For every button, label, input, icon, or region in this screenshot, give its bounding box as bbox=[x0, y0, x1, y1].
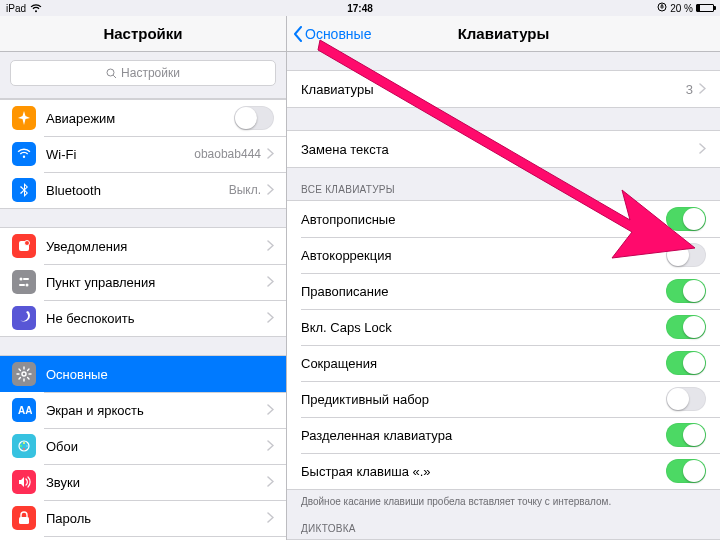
section-header: ДИКТОВКА bbox=[287, 507, 720, 539]
chevron-right-icon bbox=[267, 183, 274, 198]
label: Не беспокоить bbox=[46, 311, 261, 326]
setting-row[interactable]: Автокоррекция bbox=[287, 237, 720, 273]
chevron-right-icon bbox=[267, 475, 274, 490]
search-placeholder: Настройки bbox=[121, 66, 180, 80]
sidebar-item-battery[interactable]: Аккумулятор bbox=[0, 536, 286, 540]
setting-row[interactable]: Клавиатуры3 bbox=[287, 71, 720, 107]
search-input[interactable]: Настройки bbox=[10, 60, 276, 86]
setting-row[interactable]: Замена текста bbox=[287, 131, 720, 167]
bluetooth-icon bbox=[12, 178, 36, 202]
toggle[interactable] bbox=[666, 387, 706, 411]
label: Пункт управления bbox=[46, 275, 261, 290]
section-footer: Двойное касание клавиши пробела вставляе… bbox=[287, 490, 720, 507]
chevron-right-icon bbox=[267, 239, 274, 254]
svg-point-7 bbox=[26, 284, 29, 287]
chevron-right-icon bbox=[267, 511, 274, 526]
label: Звуки bbox=[46, 475, 261, 490]
value: obaobab444 bbox=[194, 147, 261, 161]
label: Клавиатуры bbox=[301, 82, 686, 97]
sounds-icon bbox=[12, 470, 36, 494]
section-header: ВСЕ КЛАВИАТУРЫ bbox=[287, 168, 720, 200]
status-bar: iPad 17:48 20 % bbox=[0, 0, 720, 16]
chevron-right-icon bbox=[267, 147, 274, 162]
sidebar-item-wallpaper[interactable]: Обои bbox=[0, 428, 286, 464]
orientation-lock-icon bbox=[657, 2, 667, 14]
sidebar-item-notify[interactable]: Уведомления bbox=[0, 228, 286, 264]
detail-title: Клавиатуры bbox=[458, 25, 550, 42]
label: Уведомления bbox=[46, 239, 261, 254]
label: Bluetooth bbox=[46, 183, 223, 198]
label: Вкл. Caps Lock bbox=[301, 320, 666, 335]
value: 3 bbox=[686, 82, 693, 97]
toggle[interactable] bbox=[666, 279, 706, 303]
sidebar-navbar: Настройки bbox=[0, 16, 286, 52]
svg-point-14 bbox=[23, 448, 25, 450]
chevron-right-icon bbox=[267, 439, 274, 454]
chevron-right-icon bbox=[699, 142, 706, 157]
label: Пароль bbox=[46, 511, 261, 526]
setting-row[interactable]: Быстрая клавиша «.» bbox=[287, 453, 720, 489]
sidebar-item-general[interactable]: Основные bbox=[0, 356, 286, 392]
wifi-icon bbox=[12, 142, 36, 166]
chevron-right-icon bbox=[699, 82, 706, 97]
label: Автокоррекция bbox=[301, 248, 666, 263]
sidebar-item-dnd[interactable]: Не беспокоить bbox=[0, 300, 286, 336]
label: Экран и яркость bbox=[46, 403, 261, 418]
control-icon bbox=[12, 270, 36, 294]
label: Авиарежим bbox=[46, 111, 234, 126]
sidebar-item-airplane[interactable]: Авиарежим bbox=[0, 100, 286, 136]
label: Замена текста bbox=[301, 142, 699, 157]
setting-row[interactable]: Сокращения bbox=[287, 345, 720, 381]
back-label: Основные bbox=[305, 26, 371, 42]
label: Автопрописные bbox=[301, 212, 666, 227]
toggle[interactable] bbox=[666, 315, 706, 339]
sidebar-item-display[interactable]: AAЭкран и яркость bbox=[0, 392, 286, 428]
label: Разделенная клавиатура bbox=[301, 428, 666, 443]
label: Предиктивный набор bbox=[301, 392, 666, 407]
toggle[interactable] bbox=[666, 423, 706, 447]
svg-point-12 bbox=[23, 442, 25, 444]
setting-row[interactable]: Правописание bbox=[287, 273, 720, 309]
svg-point-15 bbox=[20, 445, 22, 447]
label: Wi-Fi bbox=[46, 147, 188, 162]
general-icon bbox=[12, 362, 36, 386]
battery-icon bbox=[696, 4, 714, 12]
label: Правописание bbox=[301, 284, 666, 299]
toggle-airplane[interactable] bbox=[234, 106, 274, 130]
chevron-right-icon bbox=[267, 403, 274, 418]
toggle[interactable] bbox=[666, 243, 706, 267]
passcode-icon bbox=[12, 506, 36, 530]
sidebar-item-control[interactable]: Пункт управления bbox=[0, 264, 286, 300]
wallpaper-icon bbox=[12, 434, 36, 458]
setting-row[interactable]: Разделенная клавиатура bbox=[287, 417, 720, 453]
airplane-icon bbox=[12, 106, 36, 130]
sidebar-item-bluetooth[interactable]: BluetoothВыкл. bbox=[0, 172, 286, 208]
setting-row[interactable]: Предиктивный набор bbox=[287, 381, 720, 417]
sidebar-item-sounds[interactable]: Звуки bbox=[0, 464, 286, 500]
label: Сокращения bbox=[301, 356, 666, 371]
display-icon: AA bbox=[12, 398, 36, 422]
battery-percent: 20 % bbox=[670, 3, 693, 14]
toggle[interactable] bbox=[666, 207, 706, 231]
label: Обои bbox=[46, 439, 261, 454]
svg-text:AA: AA bbox=[18, 405, 32, 416]
chevron-right-icon bbox=[267, 275, 274, 290]
label: Основные bbox=[46, 367, 274, 382]
detail-pane: Основные Клавиатуры Клавиатуры3Замена те… bbox=[287, 16, 720, 540]
toggle[interactable] bbox=[666, 459, 706, 483]
back-button[interactable]: Основные bbox=[293, 26, 371, 42]
notify-icon bbox=[12, 234, 36, 258]
label: Быстрая клавиша «.» bbox=[301, 464, 666, 479]
sidebar-title: Настройки bbox=[103, 25, 182, 42]
sidebar-item-passcode[interactable]: Пароль bbox=[0, 500, 286, 536]
svg-point-13 bbox=[26, 445, 28, 447]
svg-point-4 bbox=[25, 241, 30, 246]
setting-row[interactable]: Автопрописные bbox=[287, 201, 720, 237]
clock: 17:48 bbox=[0, 3, 720, 14]
toggle[interactable] bbox=[666, 351, 706, 375]
sidebar-item-wifi[interactable]: Wi-Fiobaobab444 bbox=[0, 136, 286, 172]
svg-line-2 bbox=[113, 75, 116, 78]
setting-row[interactable]: Вкл. Caps Lock bbox=[287, 309, 720, 345]
svg-point-5 bbox=[20, 278, 23, 281]
svg-rect-16 bbox=[19, 517, 29, 524]
